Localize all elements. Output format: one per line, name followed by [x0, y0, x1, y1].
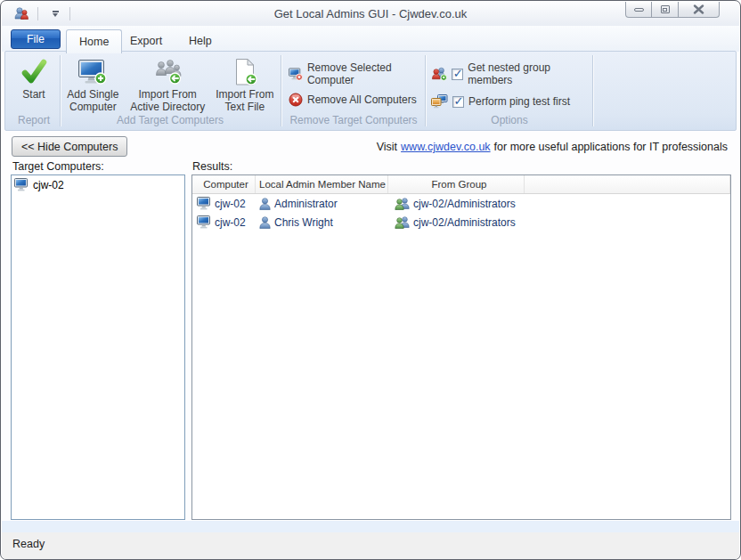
maximize-icon — [661, 5, 670, 13]
maximize-button[interactable] — [652, 2, 679, 18]
group-icon — [395, 198, 410, 210]
remove-selected-computer-label: Remove Selected Computer — [307, 61, 426, 86]
import-from-active-directory-label: Import From Active Directory — [126, 89, 210, 113]
group-separator — [592, 55, 593, 126]
result-computer: cjw-02 — [215, 198, 246, 210]
results-header: Computer Local Admin Member Name From Gr… — [192, 175, 730, 194]
ribbon-group-add-target-computers: Add Single Computer Import From Active D… — [61, 53, 280, 128]
form-background-strip — [2, 521, 739, 532]
results-label: Results: — [192, 160, 232, 173]
column-header-from-group[interactable]: From Group — [388, 175, 525, 193]
hide-computers-button[interactable]: << Hide Computers — [12, 136, 127, 157]
perform-ping-test-option: Perform ping test first — [431, 94, 593, 109]
import-from-text-file-button[interactable]: Import From Text File — [210, 58, 280, 113]
get-nested-group-members-checkbox[interactable] — [452, 69, 463, 80]
status-bar: Ready — [2, 532, 739, 560]
remove-all-computers-label: Remove All Computers — [307, 93, 417, 106]
tab-home[interactable]: Home — [66, 29, 122, 53]
import-from-text-file-label: Import From Text File — [210, 89, 280, 113]
add-single-computer-button[interactable]: Add Single Computer — [61, 58, 126, 113]
ribbon: Start Report Add Single Compute — [4, 51, 737, 131]
app-window: Get Local Admins GUI - Cjwdev.co.uk File… — [0, 0, 741, 560]
user-icon — [259, 198, 271, 210]
tab-file[interactable]: File — [11, 29, 61, 49]
remove-all-icon — [289, 93, 303, 107]
computer-icon — [197, 197, 211, 210]
active-directory-import-icon — [152, 58, 183, 86]
group-icon — [395, 216, 410, 229]
cjwdev-link[interactable]: www.cjwdev.co.uk — [401, 141, 491, 153]
ribbon-group-options: Get nested group members Perform ping te… — [426, 53, 593, 128]
computer-name: cjw-02 — [33, 179, 64, 191]
computer-add-icon — [77, 58, 108, 86]
window-controls — [625, 2, 720, 18]
start-button[interactable]: Start — [20, 58, 48, 101]
visit-link-line: Visit www.cjwdev.co.uk for more useful a… — [377, 141, 728, 153]
ribbon-tab-row: File Home Export Help — [2, 26, 739, 52]
column-header-member-name[interactable]: Local Admin Member Name — [256, 175, 388, 193]
close-icon — [693, 4, 704, 14]
ribbon-group-report: Start Report — [9, 53, 59, 128]
column-header-computer[interactable]: Computer — [192, 175, 256, 193]
import-from-active-directory-button[interactable]: Import From Active Directory — [126, 58, 210, 113]
computer-remove-icon — [289, 67, 303, 82]
user-icon — [259, 216, 271, 229]
get-nested-group-members-label: Get nested group members — [468, 61, 593, 86]
visit-suffix-text: for more useful applications for IT prof… — [494, 141, 728, 153]
tab-export[interactable]: Export — [118, 29, 175, 52]
visit-prefix-text: Visit — [377, 141, 397, 153]
get-nested-group-members-option: Get nested group members — [431, 61, 593, 86]
result-from-group: cjw-02/Administrators — [413, 198, 516, 210]
result-member-name: Chris Wright — [274, 216, 333, 229]
computer-list-item[interactable]: cjw-02 — [12, 175, 184, 193]
remove-selected-computer-button[interactable]: Remove Selected Computer — [289, 61, 426, 86]
status-text: Ready — [12, 538, 45, 550]
minimize-button[interactable] — [625, 2, 652, 18]
remove-all-computers-button[interactable]: Remove All Computers — [289, 93, 426, 107]
nested-groups-icon — [431, 67, 447, 81]
computer-icon — [197, 215, 211, 229]
group-label-remove-target-computers: Remove Target Computers — [281, 114, 426, 126]
add-single-computer-label: Add Single Computer — [61, 89, 126, 113]
title-bar: Get Local Admins GUI - Cjwdev.co.uk — [2, 2, 739, 26]
result-member-name: Administrator — [274, 198, 338, 210]
perform-ping-test-label: Perform ping test first — [468, 95, 570, 108]
result-row[interactable]: cjw-02 Administrator c — [192, 194, 730, 213]
close-button[interactable] — [679, 2, 720, 18]
start-button-label: Start — [22, 89, 45, 101]
target-computers-list[interactable]: cjw-02 — [11, 174, 185, 520]
column-header-blank[interactable] — [525, 175, 730, 193]
group-label-report: Report — [9, 114, 59, 126]
result-row[interactable]: cjw-02 Chris Wright cj — [192, 213, 730, 231]
perform-ping-test-checkbox[interactable] — [452, 96, 464, 108]
results-list[interactable]: Computer Local Admin Member Name From Gr… — [191, 174, 731, 520]
target-computers-label: Target Computers: — [12, 160, 104, 173]
ping-test-icon — [431, 94, 448, 109]
group-label-options: Options — [426, 114, 593, 126]
group-label-add-target-computers: Add Target Computers — [61, 114, 280, 126]
result-computer: cjw-02 — [215, 216, 246, 229]
text-file-import-icon — [232, 58, 258, 86]
computer-icon — [14, 178, 28, 191]
ribbon-group-remove-target-computers: Remove Selected Computer Remove All Comp… — [281, 53, 426, 128]
minimize-icon — [634, 8, 644, 12]
start-check-icon — [20, 58, 48, 86]
result-from-group: cjw-02/Administrators — [413, 216, 516, 229]
main-content: << Hide Computers Visit www.cjwdev.co.uk… — [2, 132, 739, 521]
tab-help[interactable]: Help — [176, 29, 224, 52]
